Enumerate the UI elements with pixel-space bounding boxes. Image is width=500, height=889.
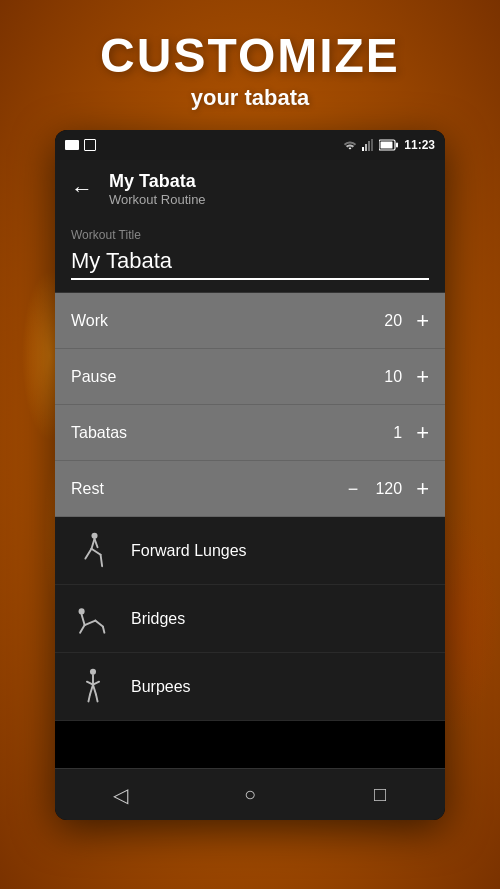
setting-row-work: Work20+	[55, 293, 445, 349]
back-button[interactable]: ←	[71, 178, 93, 200]
svg-line-17	[80, 625, 85, 633]
svg-rect-3	[371, 139, 373, 151]
svg-line-10	[91, 548, 100, 554]
exercise-row[interactable]: Bridges	[55, 585, 445, 653]
exercise-section: Forward Lunges Bridges Burpees	[55, 517, 445, 721]
settings-section: Work20+Pause10+Tabatas1+Rest−120+	[55, 293, 445, 517]
setting-controls-tabatas: 1+	[372, 422, 429, 444]
svg-line-14	[82, 614, 85, 625]
exercise-row[interactable]: Burpees	[55, 653, 445, 721]
exercise-name: Burpees	[131, 678, 191, 696]
increment-button-rest[interactable]: +	[416, 478, 429, 500]
svg-rect-2	[368, 141, 370, 151]
hero-title: CUSTOMIZE	[0, 28, 500, 83]
toolbar-title: My Tabata	[109, 171, 206, 192]
setting-row-pause: Pause10+	[55, 349, 445, 405]
status-time: 11:23	[404, 138, 435, 152]
svg-line-18	[103, 626, 105, 632]
increment-button-tabatas[interactable]: +	[416, 422, 429, 444]
increment-button-work[interactable]: +	[416, 310, 429, 332]
hero-subtitle: your tabata	[0, 85, 500, 111]
svg-line-11	[101, 554, 103, 565]
setting-controls-pause: 10+	[372, 366, 429, 388]
exercise-name: Bridges	[131, 610, 185, 628]
setting-controls-rest: −120+	[348, 478, 429, 500]
hero-section: CUSTOMIZE your tabata	[0, 28, 500, 111]
setting-value-tabatas: 1	[372, 424, 402, 442]
nav-bar: ◁ ○ □	[55, 768, 445, 820]
svg-line-26	[96, 694, 98, 701]
setting-label-tabatas: Tabatas	[71, 424, 127, 442]
decrement-button-rest[interactable]: −	[348, 480, 359, 498]
phone-frame: 11:23 ← My Tabata Workout Routine Workou…	[55, 130, 445, 820]
toolbar-subtitle: Workout Routine	[109, 192, 206, 207]
nav-home-button[interactable]: ○	[225, 775, 275, 815]
setting-row-rest: Rest−120+	[55, 461, 445, 517]
svg-line-9	[85, 548, 91, 558]
status-bar-right: 11:23	[343, 138, 435, 152]
setting-label-work: Work	[71, 312, 108, 330]
increment-button-pause[interactable]: +	[416, 366, 429, 388]
exercise-name: Forward Lunges	[131, 542, 247, 560]
svg-rect-1	[365, 144, 367, 151]
svg-line-24	[93, 684, 96, 694]
setting-value-pause: 10	[372, 368, 402, 386]
svg-line-15	[85, 620, 96, 625]
workout-title-section: Workout Title My Tabata	[55, 218, 445, 293]
setting-label-rest: Rest	[71, 480, 104, 498]
svg-line-16	[95, 620, 103, 626]
battery-icon	[379, 139, 399, 151]
setting-row-tabatas: Tabatas1+	[55, 405, 445, 461]
exercise-icon-bridge	[71, 597, 115, 641]
toolbar: ← My Tabata Workout Routine	[55, 160, 445, 218]
workout-title-input[interactable]: My Tabata	[71, 248, 429, 280]
toolbar-title-block: My Tabata Workout Routine	[109, 171, 206, 207]
exercise-icon-burpee	[71, 665, 115, 709]
svg-line-12	[95, 538, 98, 546]
setting-value-work: 20	[372, 312, 402, 330]
setting-controls-work: 20+	[372, 310, 429, 332]
svg-rect-5	[381, 142, 393, 149]
image-status-icon	[65, 140, 79, 150]
nav-back-button[interactable]: ◁	[95, 775, 145, 815]
setting-label-pause: Pause	[71, 368, 116, 386]
exercise-icon-lunge	[71, 529, 115, 573]
status-bar: 11:23	[55, 130, 445, 160]
svg-rect-0	[362, 147, 364, 151]
nav-recent-button[interactable]: □	[355, 775, 405, 815]
status-bar-left	[65, 139, 96, 151]
workout-title-label: Workout Title	[71, 228, 429, 242]
wifi-icon	[343, 139, 357, 151]
calendar-status-icon	[84, 139, 96, 151]
svg-line-25	[88, 694, 90, 701]
svg-rect-6	[396, 143, 398, 148]
signal-icon	[362, 139, 374, 151]
setting-value-rest: 120	[372, 480, 402, 498]
exercise-row[interactable]: Forward Lunges	[55, 517, 445, 585]
